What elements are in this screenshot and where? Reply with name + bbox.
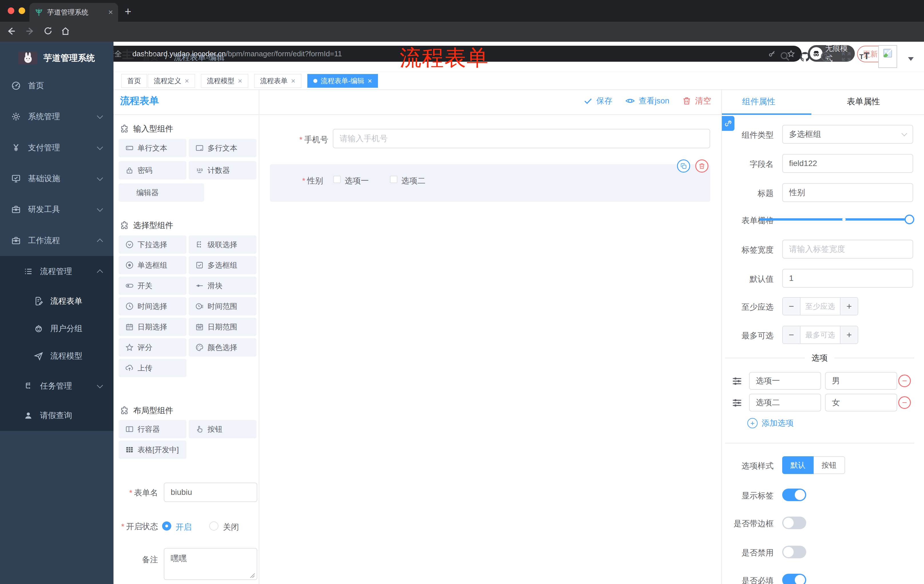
max-select-value[interactable]: 最多可选 bbox=[800, 326, 840, 344]
disabled-switch[interactable] bbox=[782, 546, 806, 558]
radio-closed-label[interactable]: 关闭 bbox=[223, 522, 239, 533]
search-icon[interactable] bbox=[779, 51, 790, 62]
tag-close-icon[interactable]: × bbox=[368, 77, 372, 85]
sidebar-item-process-management[interactable]: 流程管理 bbox=[0, 256, 114, 287]
radio-closed[interactable] bbox=[209, 521, 218, 531]
reload-icon[interactable] bbox=[43, 26, 53, 35]
back-icon[interactable] bbox=[6, 26, 16, 36]
tab-component-props[interactable]: 组件属性 bbox=[742, 96, 776, 107]
required-switch[interactable] bbox=[782, 574, 806, 584]
user-avatar[interactable] bbox=[878, 45, 897, 68]
component-item-time-picker[interactable]: 时间选择 bbox=[119, 297, 186, 316]
textarea-resize-handle[interactable] bbox=[249, 572, 255, 578]
label-width-input[interactable] bbox=[782, 240, 913, 258]
link-drawer-tab[interactable] bbox=[722, 116, 734, 131]
component-item-select[interactable]: 下拉选择 bbox=[119, 235, 186, 254]
component-item-upload[interactable]: 上传 bbox=[119, 359, 186, 377]
sidebar-logo-row[interactable]: 芋道管理系统 bbox=[0, 44, 114, 71]
border-switch[interactable] bbox=[782, 517, 806, 529]
tab-close-icon[interactable]: × bbox=[108, 8, 113, 16]
form-grid-slider[interactable] bbox=[759, 218, 914, 220]
component-item-date-picker[interactable]: 日期选择 bbox=[119, 318, 186, 336]
title-input[interactable] bbox=[782, 183, 913, 202]
component-type-select[interactable]: 多选框组 bbox=[782, 125, 913, 144]
add-option-button[interactable]: + 添加选项 bbox=[747, 418, 794, 429]
option2-value-input[interactable] bbox=[825, 394, 897, 411]
component-item-password[interactable]: 密码 bbox=[119, 161, 186, 179]
sidebar-item-process-form[interactable]: 流程表单 bbox=[0, 288, 114, 315]
sidebar-item-user-group[interactable]: 用户分组 bbox=[0, 315, 114, 342]
copy-component-button[interactable] bbox=[677, 160, 690, 173]
fullscreen-icon[interactable] bbox=[840, 51, 852, 62]
sidebar-item-leave-query[interactable]: 请假查询 bbox=[0, 401, 114, 430]
component-item-multi-text[interactable]: 多行文本 bbox=[189, 139, 256, 157]
option1-label-input[interactable] bbox=[749, 372, 821, 390]
tag-process-definition[interactable]: 流程定义× bbox=[148, 74, 195, 88]
tag-home[interactable]: 首页 bbox=[121, 74, 147, 88]
drag-handle-icon[interactable] bbox=[731, 375, 743, 387]
remove-option-button[interactable]: − bbox=[898, 375, 911, 387]
component-item-cascader[interactable]: 级联选择 bbox=[189, 235, 256, 254]
view-json-button[interactable]: 查看json bbox=[625, 95, 669, 106]
sidebar-item-infra[interactable]: 基础设施 bbox=[0, 163, 114, 194]
style-default-button[interactable]: 默认 bbox=[782, 456, 813, 474]
component-item-table[interactable]: 表格[开发中] bbox=[119, 441, 186, 459]
option2-label-input[interactable] bbox=[749, 394, 821, 411]
form-name-input[interactable] bbox=[164, 482, 257, 502]
sidebar-collapse-button[interactable] bbox=[122, 51, 134, 61]
github-icon[interactable] bbox=[799, 51, 811, 63]
tag-close-icon[interactable]: × bbox=[185, 77, 189, 85]
password-key-icon[interactable] bbox=[768, 50, 776, 58]
browser-tab[interactable]: 芋道管理系统 × bbox=[30, 3, 118, 22]
option1-value-input[interactable] bbox=[825, 372, 897, 390]
traffic-minimize-button[interactable] bbox=[18, 7, 25, 14]
radio-open-label[interactable]: 开启 bbox=[175, 522, 191, 533]
home-icon[interactable] bbox=[61, 26, 70, 36]
stepper-plus-button[interactable]: + bbox=[840, 298, 858, 315]
remove-option-button[interactable]: − bbox=[898, 396, 911, 409]
radio-open-selected[interactable] bbox=[162, 521, 171, 531]
style-button-button[interactable]: 按钮 bbox=[813, 456, 845, 474]
drag-handle-icon[interactable] bbox=[731, 396, 743, 409]
min-select-value[interactable]: 至少应选 bbox=[800, 298, 840, 315]
component-item-checkbox-group[interactable]: 多选框组 bbox=[189, 256, 256, 274]
traffic-close-button[interactable] bbox=[8, 7, 14, 14]
field-name-input[interactable] bbox=[782, 154, 913, 173]
sidebar-item-home[interactable]: 首页 bbox=[0, 70, 114, 101]
tab-form-props[interactable]: 表单属性 bbox=[847, 96, 880, 107]
component-item-date-range[interactable]: 日期范围 bbox=[189, 318, 256, 336]
breadcrumb-home[interactable]: 首页 bbox=[142, 52, 158, 63]
component-item-slider[interactable]: 滑块 bbox=[189, 276, 256, 295]
sidebar-item-devtools[interactable]: 研发工具 bbox=[0, 194, 114, 225]
component-item-counter[interactable]: 计数器 bbox=[189, 161, 256, 179]
phone-input[interactable] bbox=[333, 129, 710, 148]
stepper-plus-button[interactable]: + bbox=[840, 326, 858, 344]
sidebar-item-task-management[interactable]: 任务管理 bbox=[0, 370, 114, 401]
component-item-switch[interactable]: 开关 bbox=[119, 276, 186, 295]
help-icon[interactable] bbox=[820, 51, 832, 62]
tag-close-icon[interactable]: × bbox=[238, 77, 242, 85]
slider-handle[interactable] bbox=[904, 215, 914, 224]
component-item-single-text[interactable]: 单行文本 bbox=[119, 139, 186, 157]
component-item-editor[interactable]: 编辑器 bbox=[119, 183, 204, 202]
component-item-button[interactable]: 按钮 bbox=[189, 420, 256, 438]
gender-option2-checkbox[interactable] bbox=[390, 176, 398, 183]
avatar-caret-icon[interactable] bbox=[908, 57, 914, 61]
stepper-minus-button[interactable]: − bbox=[783, 326, 800, 344]
clear-button[interactable]: 清空 bbox=[682, 95, 711, 106]
gender-option1-label[interactable]: 选项一 bbox=[345, 175, 369, 186]
tag-process-model[interactable]: 流程模型× bbox=[201, 74, 248, 88]
component-item-time-range[interactable]: 时间范围 bbox=[189, 297, 256, 316]
remark-textarea[interactable]: 嘿嘿 bbox=[164, 548, 257, 580]
sidebar-item-workflow[interactable]: 工作流程 bbox=[0, 225, 114, 256]
tag-close-icon[interactable]: × bbox=[291, 77, 295, 85]
default-value-input[interactable] bbox=[782, 269, 913, 288]
component-item-rate[interactable]: 评分 bbox=[119, 338, 186, 357]
tag-process-form-edit[interactable]: 流程表单-编辑× bbox=[307, 74, 378, 88]
component-item-row-container[interactable]: 行容器 bbox=[119, 420, 186, 438]
save-button[interactable]: 保存 bbox=[583, 95, 612, 106]
font-size-icon[interactable]: TT bbox=[860, 50, 870, 61]
gender-option2-label[interactable]: 选项二 bbox=[401, 175, 426, 186]
sidebar-item-process-model[interactable]: 流程模型 bbox=[0, 342, 114, 370]
show-label-switch[interactable] bbox=[782, 489, 806, 501]
